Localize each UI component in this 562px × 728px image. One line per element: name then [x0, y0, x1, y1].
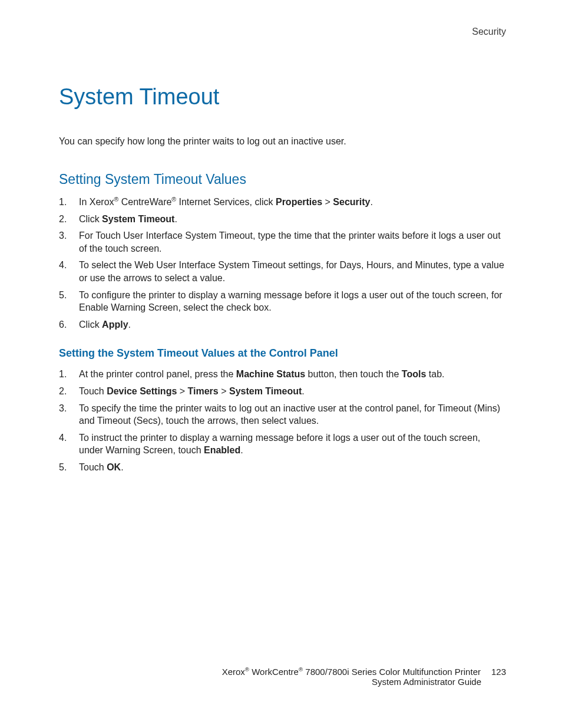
step-number: 1. — [59, 196, 79, 209]
step-number: 4. — [59, 259, 79, 284]
step-number: 6. — [59, 318, 79, 331]
step-number: 5. — [59, 289, 79, 314]
step-number: 2. — [59, 213, 79, 226]
list-item: 3. For Touch User Interface System Timeo… — [59, 229, 506, 255]
list-item: 6. Click Apply. — [59, 318, 506, 331]
list-item: 2. Touch Device Settings > Timers > Syst… — [59, 385, 506, 398]
sub-heading-control-panel: Setting the System Timeout Values at the… — [59, 347, 506, 360]
step-number: 2. — [59, 385, 79, 398]
list-item: 1. In Xerox® CentreWare® Internet Servic… — [59, 196, 506, 209]
step-body: Touch OK. — [79, 461, 506, 474]
step-body: To specify the time the printer waits to… — [79, 402, 506, 427]
step-body: In Xerox® CentreWare® Internet Services,… — [79, 196, 506, 209]
steps-list-1: 1. In Xerox® CentreWare® Internet Servic… — [59, 196, 506, 331]
step-body: To instruct the printer to display a war… — [79, 431, 506, 457]
list-item: 2. Click System Timeout. — [59, 213, 506, 226]
page-title: System Timeout — [59, 84, 506, 110]
step-body: Click Apply. — [79, 318, 506, 331]
intro-paragraph: You can specify how long the printer wai… — [59, 136, 506, 147]
list-item: 4. To instruct the printer to display a … — [59, 431, 506, 457]
step-body: At the printer control panel, press the … — [79, 368, 506, 381]
list-item: 5. To configure the printer to display a… — [59, 289, 506, 314]
page-footer: Xerox® WorkCentre® 7800/7800i Series Col… — [59, 667, 506, 687]
step-body: Touch Device Settings > Timers > System … — [79, 385, 506, 398]
list-item: 4. To select the Web User Interface Syst… — [59, 259, 506, 284]
step-number: 3. — [59, 402, 79, 427]
step-body: To configure the printer to display a wa… — [79, 289, 506, 314]
steps-list-2: 1. At the printer control panel, press t… — [59, 368, 506, 473]
page-number: 123 — [491, 667, 506, 677]
step-body: Click System Timeout. — [79, 213, 506, 226]
footer-line-2: System Administrator Guide — [59, 677, 506, 687]
step-body: To select the Web User Interface System … — [79, 259, 506, 284]
step-number: 4. — [59, 431, 79, 457]
footer-line-1: Xerox® WorkCentre® 7800/7800i Series Col… — [59, 667, 506, 677]
list-item: 1. At the printer control panel, press t… — [59, 368, 506, 381]
step-number: 3. — [59, 229, 79, 255]
step-body: For Touch User Interface System Timeout,… — [79, 229, 506, 255]
section-heading-setting-values: Setting System Timeout Values — [59, 172, 506, 187]
step-number: 5. — [59, 461, 79, 474]
header-section-label: Security — [59, 27, 506, 37]
list-item: 5. Touch OK. — [59, 461, 506, 474]
list-item: 3. To specify the time the printer waits… — [59, 402, 506, 427]
step-number: 1. — [59, 368, 79, 381]
